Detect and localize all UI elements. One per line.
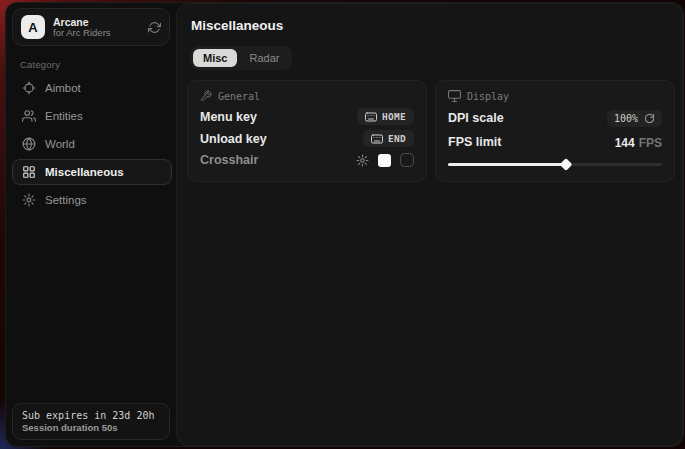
users-icon [22,109,36,123]
display-card-title: Display [467,91,509,102]
crosshair-row: Crosshair [200,149,414,171]
brand-card: A Arcane for Arc Riders [12,8,170,46]
crosshair-icon [22,81,36,95]
crosshair-checkbox[interactable] [400,153,414,167]
wrench-icon [200,90,212,102]
fps-limit-row: FPS limit 144FPS [448,130,662,154]
fps-limit-value: 144 [615,136,635,150]
tab-misc[interactable]: Misc [193,49,237,67]
sidebar-item-label: Aimbot [45,82,81,94]
sidebar-item-miscellaneous[interactable]: Miscellaneous [12,159,172,185]
sidebar: A Arcane for Arc Riders Category Aimbot [6,3,177,446]
dpi-scale-selector[interactable]: 100% [607,110,662,127]
cycle-icon [644,113,655,124]
menu-key-row: Menu key HOME [200,106,414,128]
display-card: Display DPI scale 100% FPS limit 144FPS [435,80,675,182]
menu-key-bind-button[interactable]: HOME [357,108,414,125]
display-card-header: Display [448,90,662,102]
fps-limit-value-group: 144FPS [615,133,662,151]
category-label: Category [20,59,60,70]
sub-expires-text: Sub expires in 23d 20h [22,410,160,421]
page-title: Miscellaneous [191,18,283,33]
dpi-scale-label: DPI scale [448,111,504,125]
slider-thumb[interactable] [559,158,572,171]
sidebar-item-label: Miscellaneous [45,166,124,178]
sidebar-item-label: Settings [45,194,87,206]
sidebar-item-entities[interactable]: Entities [12,103,172,129]
crosshair-controls [356,153,414,167]
sidebar-item-aimbot[interactable]: Aimbot [12,75,172,101]
slider-fill [448,163,566,166]
grid-icon [22,165,36,179]
sidebar-nav: Aimbot Entities World Miscellaneous [12,75,172,213]
sidebar-item-label: Entities [45,110,83,122]
fps-limit-unit: FPS [639,136,662,150]
session-duration-text: Session duration 50s [22,422,160,433]
keyboard-icon [365,112,377,122]
gear-icon [22,193,36,207]
brand-logo: A [21,15,45,39]
menu-key-label: Menu key [200,110,257,124]
tab-radar[interactable]: Radar [239,49,289,67]
menu-key-value: HOME [382,111,406,122]
refresh-icon[interactable] [148,21,161,34]
brand-title: Arcane [53,16,140,28]
sidebar-item-world[interactable]: World [12,131,172,157]
crosshair-color-swatch[interactable] [378,154,391,167]
tab-bar: Misc Radar [190,46,292,70]
sidebar-item-label: World [45,138,75,150]
subscription-card: Sub expires in 23d 20h Session duration … [12,403,170,440]
crosshair-settings-gear-icon[interactable] [356,154,369,167]
brand-text: Arcane for Arc Riders [53,16,140,39]
general-card-header: General [200,90,414,102]
dpi-scale-row: DPI scale 100% [448,106,662,130]
fps-limit-label: FPS limit [448,135,501,149]
fps-limit-slider[interactable] [448,158,662,170]
general-card-title: General [218,91,260,102]
unload-key-bind-button[interactable]: END [363,130,414,147]
unload-key-value: END [388,133,406,144]
monitor-icon [448,90,461,102]
sidebar-item-settings[interactable]: Settings [12,187,172,213]
app-window: A Arcane for Arc Riders Category Aimbot [5,2,684,447]
unload-key-label: Unload key [200,132,267,146]
unload-key-row: Unload key END [200,128,414,150]
globe-icon [22,137,36,151]
main-panel: Miscellaneous Misc Radar General Menu ke… [176,3,683,446]
brand-subtitle: for Arc Riders [53,28,140,39]
crosshair-label: Crosshair [200,153,258,167]
keyboard-icon [371,134,383,144]
cards-row: General Menu key HOME Unload key [187,80,675,182]
general-card: General Menu key HOME Unload key [187,80,427,182]
dpi-scale-value: 100% [614,113,638,124]
